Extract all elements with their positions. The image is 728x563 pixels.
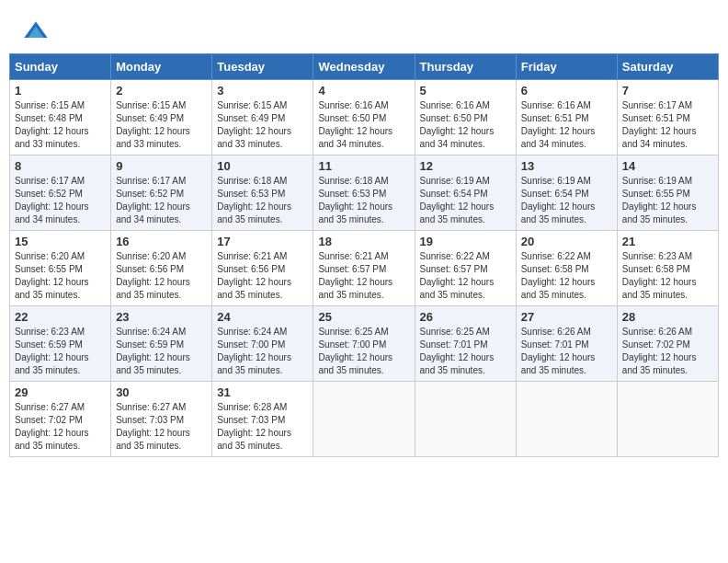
daylight-label: Daylight: 12 hours and 35 minutes. [420,277,495,300]
calendar-day-cell: 20 Sunrise: 6:22 AM Sunset: 6:58 PM Dayl… [516,231,617,306]
sunrise-label: Sunrise: 6:22 AM [521,251,591,261]
calendar-day-cell: 11 Sunrise: 6:18 AM Sunset: 6:53 PM Dayl… [313,155,415,231]
calendar-day-cell: 26 Sunrise: 6:25 AM Sunset: 7:01 PM Dayl… [415,306,516,382]
day-info: Sunrise: 6:17 AM Sunset: 6:51 PM Dayligh… [622,99,713,151]
day-number: 1 [15,84,106,98]
sunrise-label: Sunrise: 6:18 AM [318,176,388,186]
daylight-label: Daylight: 12 hours and 35 minutes. [420,201,495,224]
day-info: Sunrise: 6:26 AM Sunset: 7:02 PM Dayligh… [622,326,713,377]
calendar-body: 1 Sunrise: 6:15 AM Sunset: 6:48 PM Dayli… [10,80,719,457]
sunset-label: Sunset: 6:59 PM [15,339,83,350]
sunset-label: Sunset: 6:57 PM [318,264,386,274]
sunrise-label: Sunrise: 6:21 AM [318,251,388,261]
calendar-day-cell: 10 Sunrise: 6:18 AM Sunset: 6:53 PM Dayl… [212,155,313,231]
daylight-label: Daylight: 12 hours and 35 minutes. [521,277,596,300]
sunset-label: Sunset: 6:51 PM [622,113,690,123]
day-number: 17 [217,235,308,248]
sunset-label: Sunset: 6:56 PM [217,264,285,274]
daylight-label: Daylight: 12 hours and 34 minutes. [318,126,392,149]
day-of-week-header: Wednesday [313,54,415,80]
calendar-week-row: 15 Sunrise: 6:20 AM Sunset: 6:55 PM Dayl… [10,231,719,306]
sunset-label: Sunset: 6:54 PM [521,189,589,199]
daylight-label: Daylight: 12 hours and 35 minutes. [622,201,697,224]
day-info: Sunrise: 6:19 AM Sunset: 6:54 PM Dayligh… [420,175,511,226]
calendar-day-cell: 21 Sunrise: 6:23 AM Sunset: 6:58 PM Dayl… [617,231,718,306]
sunrise-label: Sunrise: 6:17 AM [116,176,186,186]
day-info: Sunrise: 6:27 AM Sunset: 7:02 PM Dayligh… [15,401,106,453]
day-number: 13 [521,159,612,173]
sunset-label: Sunset: 6:55 PM [622,189,690,199]
sunset-label: Sunset: 7:02 PM [622,339,690,350]
daylight-label: Daylight: 12 hours and 35 minutes. [116,277,190,300]
sunset-label: Sunset: 6:50 PM [420,113,488,123]
daylight-label: Daylight: 12 hours and 35 minutes. [15,428,89,451]
sunset-label: Sunset: 7:03 PM [116,415,184,425]
sunset-label: Sunset: 6:57 PM [420,264,488,274]
day-info: Sunrise: 6:15 AM Sunset: 6:49 PM Dayligh… [116,99,207,151]
calendar-day-cell: 6 Sunrise: 6:16 AM Sunset: 6:51 PM Dayli… [516,80,617,155]
sunrise-label: Sunrise: 6:18 AM [217,176,287,186]
sunrise-label: Sunrise: 6:17 AM [622,100,692,110]
day-of-week-header: Monday [111,54,212,80]
calendar-day-cell: 7 Sunrise: 6:17 AM Sunset: 6:51 PM Dayli… [617,80,718,155]
daylight-label: Daylight: 12 hours and 35 minutes. [116,428,190,451]
sunset-label: Sunset: 6:59 PM [116,339,184,350]
daylight-label: Daylight: 12 hours and 35 minutes. [622,352,697,375]
calendar-day-cell: 2 Sunrise: 6:15 AM Sunset: 6:49 PM Dayli… [111,80,212,155]
day-info: Sunrise: 6:19 AM Sunset: 6:55 PM Dayligh… [622,175,713,226]
calendar-day-cell: 24 Sunrise: 6:24 AM Sunset: 7:00 PM Dayl… [212,306,313,382]
calendar-day-cell: 28 Sunrise: 6:26 AM Sunset: 7:02 PM Dayl… [617,306,718,382]
day-number: 7 [622,84,713,98]
sunrise-label: Sunrise: 6:19 AM [521,176,591,186]
sunset-label: Sunset: 6:53 PM [217,189,285,199]
day-info: Sunrise: 6:20 AM Sunset: 6:56 PM Dayligh… [116,250,207,302]
daylight-label: Daylight: 12 hours and 35 minutes. [15,277,89,300]
daylight-label: Daylight: 12 hours and 35 minutes. [217,277,291,300]
sunrise-label: Sunrise: 6:25 AM [318,327,388,337]
calendar-day-cell: 30 Sunrise: 6:27 AM Sunset: 7:03 PM Dayl… [111,382,212,457]
sunrise-label: Sunrise: 6:26 AM [521,327,591,337]
day-info: Sunrise: 6:22 AM Sunset: 6:58 PM Dayligh… [521,250,612,302]
day-info: Sunrise: 6:24 AM Sunset: 6:59 PM Dayligh… [116,326,207,377]
day-info: Sunrise: 6:17 AM Sunset: 6:52 PM Dayligh… [15,175,106,226]
day-number: 19 [420,235,511,248]
day-number: 5 [420,84,511,98]
daylight-label: Daylight: 12 hours and 34 minutes. [622,126,697,149]
calendar-table: SundayMondayTuesdayWednesdayThursdayFrid… [9,53,719,457]
sunrise-label: Sunrise: 6:19 AM [622,176,692,186]
day-info: Sunrise: 6:25 AM Sunset: 7:00 PM Dayligh… [318,326,409,377]
sunset-label: Sunset: 7:01 PM [420,339,488,350]
day-info: Sunrise: 6:24 AM Sunset: 7:00 PM Dayligh… [217,326,308,377]
day-number: 28 [622,310,713,324]
calendar-day-cell [516,382,617,457]
sunrise-label: Sunrise: 6:28 AM [217,402,287,412]
calendar-day-cell: 16 Sunrise: 6:20 AM Sunset: 6:56 PM Dayl… [111,231,212,306]
daylight-label: Daylight: 12 hours and 35 minutes. [217,428,291,451]
daylight-label: Daylight: 12 hours and 34 minutes. [116,201,190,224]
daylight-label: Daylight: 12 hours and 34 minutes. [420,126,495,149]
logo [23,18,52,44]
daylight-label: Daylight: 12 hours and 35 minutes. [15,352,89,375]
sunrise-label: Sunrise: 6:16 AM [521,100,591,110]
sunrise-label: Sunrise: 6:20 AM [116,251,186,261]
day-number: 23 [116,310,207,324]
page-header [9,9,719,49]
day-number: 3 [217,84,308,98]
day-number: 2 [116,84,207,98]
sunset-label: Sunset: 6:49 PM [116,113,184,123]
sunrise-label: Sunrise: 6:15 AM [217,100,287,110]
day-info: Sunrise: 6:21 AM Sunset: 6:56 PM Dayligh… [217,250,308,302]
sunset-label: Sunset: 6:56 PM [116,264,184,274]
day-info: Sunrise: 6:28 AM Sunset: 7:03 PM Dayligh… [217,401,308,453]
day-number: 10 [217,159,308,173]
sunrise-label: Sunrise: 6:15 AM [116,100,186,110]
sunset-label: Sunset: 6:54 PM [420,189,488,199]
calendar-day-cell: 17 Sunrise: 6:21 AM Sunset: 6:56 PM Dayl… [212,231,313,306]
daylight-label: Daylight: 12 hours and 35 minutes. [521,201,596,224]
day-number: 24 [217,310,308,324]
calendar-day-cell: 31 Sunrise: 6:28 AM Sunset: 7:03 PM Dayl… [212,382,313,457]
sunset-label: Sunset: 7:00 PM [217,339,285,350]
calendar-day-cell: 8 Sunrise: 6:17 AM Sunset: 6:52 PM Dayli… [10,155,111,231]
sunset-label: Sunset: 6:55 PM [15,264,83,274]
calendar-day-cell: 25 Sunrise: 6:25 AM Sunset: 7:00 PM Dayl… [313,306,415,382]
